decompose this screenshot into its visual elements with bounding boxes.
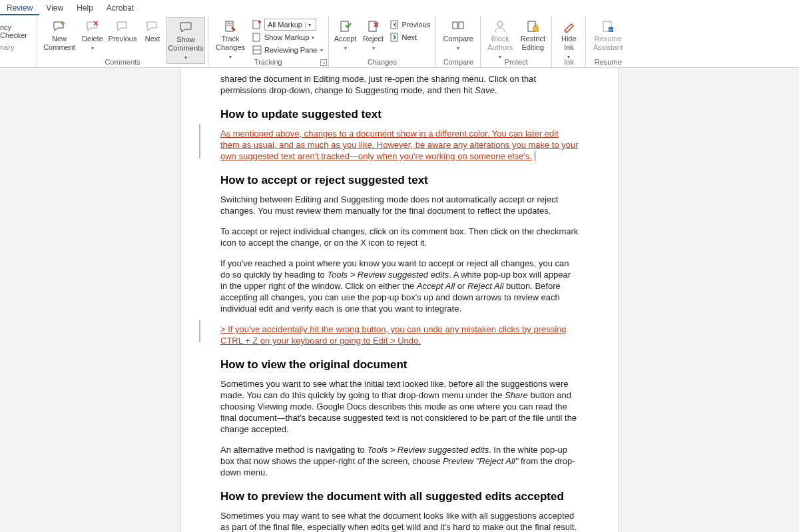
svg-point-20 [497, 21, 503, 27]
heading-preview: How to preview the document with all sug… [220, 490, 579, 503]
ribbon-group-comments: New Comment Delete ▾ Previous Next [37, 16, 208, 67]
body-paragraph: shared the document in Editing mode, jus… [220, 73, 579, 96]
svg-rect-22 [533, 27, 538, 31]
resume-assistant-button[interactable]: in Resume Assistant [589, 17, 627, 53]
caret-icon: ▾ [320, 47, 323, 53]
group-label-comments: Comments [40, 57, 205, 67]
svg-rect-17 [391, 33, 398, 41]
next-comment-icon [146, 20, 159, 33]
track-changes-icon [224, 20, 237, 33]
restrict-editing-icon [526, 20, 539, 33]
caret-icon: ▾ [344, 44, 347, 53]
previous-change-button[interactable]: Previous [389, 19, 432, 31]
show-markup-icon [252, 33, 262, 42]
change-bar [199, 124, 200, 158]
caret-icon: ▾ [372, 44, 375, 53]
document-page[interactable]: shared the document in Editing mode, jus… [180, 68, 619, 532]
show-markup-button[interactable]: Show Markup ▾ [251, 31, 324, 43]
body-paragraph: Switching between Editing and Suggesting… [220, 194, 579, 216]
tracking-dialog-launcher[interactable]: ↘ [320, 59, 327, 66]
ribbon-group-tracking: Track Changes ▾ All Markup ▾ [208, 16, 329, 67]
menu-view[interactable]: View [39, 1, 70, 15]
next-change-button[interactable]: Next [389, 31, 432, 43]
ribbon: ncy Checker nary New Comment Delete ▾ [0, 16, 799, 68]
compare-icon [451, 20, 465, 33]
ribbon-group-compare: Compare ▾ Compare [436, 16, 481, 67]
body-paragraph: Sometimes you may want to see what the d… [220, 510, 579, 532]
body-paragraph: If you've reached a point where you know… [220, 258, 579, 314]
delete-comment-icon [86, 20, 99, 33]
block-authors-icon [493, 20, 507, 33]
svg-point-8 [258, 21, 261, 23]
menu-acrobat[interactable]: Acrobat [100, 1, 140, 15]
body-paragraph: To accept or reject individual changes, … [220, 226, 579, 248]
document-area: shared the document in Editing mode, jus… [0, 68, 799, 532]
group-label-ink: Ink [555, 57, 583, 67]
group-label-protect: Protect [483, 57, 549, 67]
accessibility-pane-label: nary [0, 43, 14, 51]
group-label-tracking: Tracking [211, 57, 326, 67]
markup-mode-row: All Markup ▾ [251, 19, 324, 31]
accept-icon [339, 20, 352, 33]
track-changes-button[interactable]: Track Changes ▾ [211, 17, 250, 63]
ribbon-group-ink: Hide Ink ▾ Ink [552, 16, 586, 67]
group-label-compare: Compare [439, 57, 477, 67]
body-paragraph-tracked: > If you've accidentally hit the wrong b… [220, 324, 579, 346]
heading-view: How to view the original document [220, 358, 579, 372]
reject-button[interactable]: Reject ▾ [360, 17, 388, 54]
ribbon-group-protect: Block Authors ▾ Restrict Editing Protect [481, 16, 552, 67]
previous-comment-button[interactable]: Previous [107, 17, 138, 45]
reviewing-pane-button[interactable]: Reviewing Pane ▾ [251, 44, 324, 56]
reviewing-pane-icon [252, 45, 262, 55]
svg-text:in: in [609, 28, 613, 32]
body-paragraph-tracked: As mentioned above, changes to a documen… [220, 128, 579, 162]
markup-mode-combo[interactable]: All Markup ▾ [264, 19, 316, 31]
next-comment-button[interactable]: Next [138, 17, 166, 45]
group-label-accessibility [0, 57, 34, 67]
previous-change-icon [390, 20, 400, 29]
group-label-resume: Resume [589, 57, 627, 67]
heading-accept: How to accept or reject suggested text [220, 174, 579, 187]
resume-assistant-icon: in [601, 20, 615, 33]
show-comments-icon [179, 21, 192, 34]
restrict-editing-button[interactable]: Restrict Editing [517, 17, 549, 53]
new-comment-button[interactable]: New Comment [40, 17, 79, 53]
menu-review[interactable]: Review [0, 1, 39, 15]
caret-icon: ▾ [91, 44, 94, 53]
body-paragraph: Sometimes you want to see what the initi… [220, 378, 579, 435]
block-authors-button[interactable]: Block Authors ▾ [483, 17, 517, 63]
caret-icon: ▾ [457, 44, 459, 53]
svg-rect-4 [226, 21, 233, 31]
group-label-changes: Changes [332, 57, 433, 67]
accept-button[interactable]: Accept ▾ [332, 17, 360, 54]
chevron-down-icon: ▾ [305, 22, 311, 28]
text-cursor [533, 151, 536, 161]
heading-update: How to update suggested text [220, 108, 579, 121]
menu-help[interactable]: Help [70, 1, 100, 15]
next-change-icon [390, 33, 400, 42]
previous-comment-icon [116, 20, 129, 33]
ribbon-group-accessibility: ncy Checker nary [0, 16, 37, 67]
menu-bar: Review View Help Acrobat [0, 0, 799, 16]
ribbon-group-changes: Accept ▾ Reject ▾ Previous [329, 16, 437, 67]
delete-comment-button[interactable]: Delete ▾ [79, 17, 107, 54]
hide-ink-button[interactable]: Hide Ink ▾ [555, 17, 583, 63]
compare-button[interactable]: Compare ▾ [439, 17, 477, 54]
caret-icon: ▾ [312, 35, 314, 41]
hide-ink-icon [562, 20, 575, 33]
new-comment-icon [53, 20, 66, 33]
change-bar [199, 320, 200, 342]
reject-icon [367, 20, 380, 33]
body-paragraph: An alternative method is navigating to T… [220, 444, 579, 478]
svg-rect-19 [459, 22, 463, 29]
ribbon-group-resume: in Resume Assistant Resume [586, 16, 630, 67]
svg-rect-18 [453, 22, 457, 29]
accessibility-checker-label: ncy Checker [0, 23, 34, 39]
markup-mode-icon [252, 20, 262, 29]
svg-rect-9 [253, 33, 260, 41]
